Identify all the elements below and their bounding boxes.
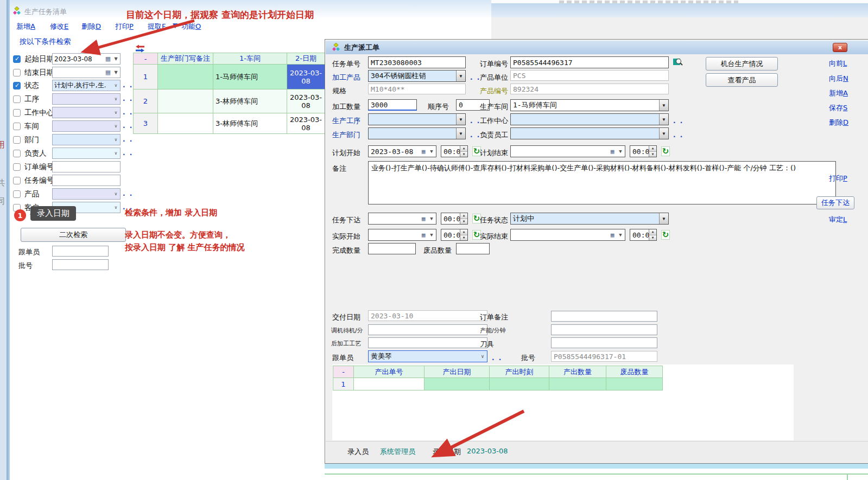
- task-no-field[interactable]: MT2303080003: [368, 56, 466, 68]
- link-add[interactable]: 新增A: [829, 88, 848, 98]
- cell-output-date[interactable]: [425, 378, 490, 391]
- end-date-input[interactable]: ▦▼: [52, 67, 121, 78]
- browse-dots[interactable]: . .: [123, 81, 133, 89]
- browse-dots[interactable]: . .: [673, 131, 683, 139]
- time-spinner[interactable]: ▲▼: [649, 229, 656, 240]
- cell-output-no[interactable]: [354, 378, 425, 391]
- remark-textarea[interactable]: 业务()-打生产单()-待确认师傅()-查库存料()-打材料采购单()-交生产单…: [368, 161, 836, 204]
- scrap-qty-field[interactable]: [456, 243, 490, 254]
- cell-workshop[interactable]: 3-林师傅车间: [213, 89, 287, 113]
- task-row-2[interactable]: 2 3-林师傅车间 2023-03-08: [134, 89, 325, 113]
- batch-input[interactable]: [52, 259, 109, 270]
- link-delete[interactable]: 删除D: [829, 118, 848, 127]
- status-combo[interactable]: 计划中,执行中,生.∨: [52, 80, 121, 91]
- exchange-arrows-icon[interactable]: [135, 44, 145, 53]
- browse-dots[interactable]: . .: [123, 122, 133, 130]
- task-row-3[interactable]: 3 3-林师傅车间 2023-03-08: [134, 113, 325, 134]
- link-next[interactable]: 向后N: [829, 74, 848, 84]
- close-icon[interactable]: x: [833, 43, 847, 52]
- cell-workshop[interactable]: 3-林师傅车间: [213, 113, 287, 134]
- post-process-field[interactable]: [368, 337, 487, 348]
- workshop-combo[interactable]: ∨: [52, 120, 121, 132]
- workshop-checkbox[interactable]: [13, 123, 21, 130]
- browse-dots[interactable]: . .: [123, 108, 133, 116]
- view-product-button[interactable]: 查看产品: [706, 73, 778, 87]
- department-combo[interactable]: ∨: [52, 134, 121, 145]
- order-no-checkbox[interactable]: [13, 163, 21, 171]
- browse-dots[interactable]: . .: [470, 74, 480, 81]
- row-index[interactable]: 3: [134, 113, 158, 134]
- cell-date[interactable]: 2023-03-08: [287, 113, 325, 134]
- actual-end-time[interactable]: 00:00▲▼: [630, 229, 657, 241]
- cell-output-time[interactable]: [490, 378, 549, 391]
- plan-start-date[interactable]: 2023-03-08▦▼: [368, 145, 436, 157]
- browse-dots[interactable]: . .: [470, 131, 480, 139]
- row-index[interactable]: 1: [333, 378, 354, 391]
- link-save[interactable]: 保存S: [829, 103, 847, 113]
- plan-end-date[interactable]: ▦▼: [510, 145, 625, 157]
- issue-time[interactable]: 00:00▲▼: [441, 213, 468, 225]
- cell-workshop[interactable]: 1-马师傅车间: [213, 65, 287, 89]
- cell-remark[interactable]: [158, 89, 213, 113]
- start-date-checkbox[interactable]: [13, 55, 21, 63]
- product-combo[interactable]: ∨: [52, 188, 121, 200]
- actual-end-date[interactable]: ▦▼: [510, 229, 625, 241]
- menu-new[interactable]: 新增A: [16, 22, 35, 31]
- done-qty-field[interactable]: [368, 243, 416, 254]
- search-icon[interactable]: [673, 57, 683, 66]
- end-date-checkbox[interactable]: [13, 69, 21, 76]
- chevron-down-icon[interactable]: ▼: [659, 213, 668, 224]
- refresh-icon[interactable]: ↻: [661, 230, 670, 240]
- tool-field[interactable]: [551, 337, 657, 348]
- staff-combo[interactable]: ▼: [510, 127, 669, 139]
- status-field-combo[interactable]: 计划中▼: [510, 213, 669, 225]
- chevron-down-icon[interactable]: ▼: [659, 100, 668, 111]
- chevron-down-icon[interactable]: ▼: [456, 71, 465, 81]
- chevron-down-icon[interactable]: ▼: [456, 114, 465, 125]
- task-issue-button[interactable]: 任务下达: [816, 196, 854, 209]
- cell-output-qty[interactable]: [549, 378, 606, 391]
- browse-dots[interactable]: . .: [123, 190, 133, 197]
- time-spinner[interactable]: ▲▼: [460, 213, 467, 224]
- link-print[interactable]: 打印P: [829, 174, 847, 183]
- qty-field[interactable]: 3000: [368, 99, 417, 111]
- output-row-1[interactable]: 1: [333, 378, 663, 391]
- task-no-checkbox[interactable]: [13, 177, 21, 184]
- plan-start-time[interactable]: 00:00▲▼: [441, 145, 468, 157]
- status-checkbox[interactable]: [13, 82, 21, 89]
- browse-dots[interactable]: . .: [673, 117, 683, 125]
- process-combo[interactable]: ∨: [52, 93, 121, 105]
- actual-start-date[interactable]: ▦▼: [368, 229, 436, 241]
- capacity-field[interactable]: [551, 324, 657, 335]
- process-checkbox[interactable]: [13, 95, 21, 103]
- menu-edit[interactable]: 修改E: [50, 22, 68, 31]
- browse-dots[interactable]: . .: [123, 136, 133, 143]
- dialog-titlebar[interactable]: 生产派工单: [326, 41, 868, 54]
- department-checkbox[interactable]: [13, 136, 21, 144]
- browse-dots[interactable]: . .: [123, 95, 133, 103]
- link-approve[interactable]: 审定L: [829, 215, 847, 225]
- product-checkbox[interactable]: [13, 190, 21, 198]
- cell-remark[interactable]: [158, 113, 213, 134]
- browse-dots[interactable]: . .: [123, 149, 133, 157]
- time-spinner[interactable]: ▲▼: [460, 229, 467, 240]
- person-checkbox[interactable]: [13, 150, 21, 157]
- plan-end-time[interactable]: 00:00▲▼: [630, 145, 657, 157]
- refresh-icon[interactable]: ↻: [661, 146, 670, 156]
- person-combo[interactable]: ∨: [52, 148, 121, 159]
- work-center-combo[interactable]: ∨: [52, 107, 121, 118]
- setup-field[interactable]: [368, 324, 487, 335]
- process-field-combo[interactable]: ▼: [368, 113, 466, 125]
- cell-date-selected[interactable]: 2023-03-08: [287, 65, 325, 89]
- machine-status-button[interactable]: 机台生产情况: [706, 57, 778, 71]
- work-center-field-combo[interactable]: ▼: [510, 113, 669, 125]
- work-center-checkbox[interactable]: [13, 109, 21, 117]
- chevron-down-icon[interactable]: ▼: [456, 128, 465, 139]
- follower-input[interactable]: [52, 246, 109, 257]
- cell-date[interactable]: 2023-03-08: [287, 89, 325, 113]
- dept-combo[interactable]: ▼: [368, 127, 466, 139]
- order-remark-field[interactable]: [551, 311, 657, 322]
- time-spinner[interactable]: ▲▼: [649, 146, 656, 157]
- chevron-down-icon[interactable]: ▼: [659, 128, 668, 139]
- chevron-down-icon[interactable]: ▼: [659, 114, 668, 125]
